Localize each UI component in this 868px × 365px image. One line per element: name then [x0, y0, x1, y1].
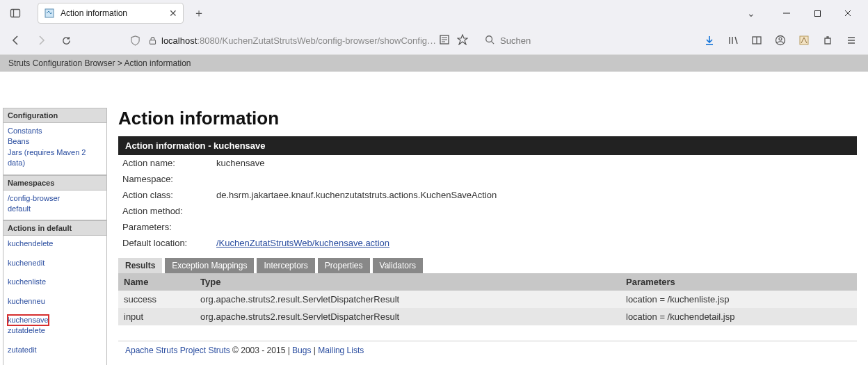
- sidebar-item-beans[interactable]: Beans: [8, 136, 102, 147]
- toolbar-right-icons: [698, 33, 862, 47]
- search-icon: [485, 35, 495, 47]
- svg-rect-7: [150, 40, 155, 44]
- main: Action information Action information - …: [107, 108, 868, 365]
- url-text: localhost:8080/KuchenZutatStrutsWeb/conf…: [161, 35, 436, 46]
- tabs-bar: ResultsException MappingsInterceptorsPro…: [118, 258, 857, 273]
- bookmark-icon[interactable]: [457, 34, 468, 47]
- svg-line-13: [492, 41, 495, 44]
- breadcrumb: Struts Configuration Browser > Action in…: [0, 55, 868, 72]
- lock-icon[interactable]: [146, 36, 159, 45]
- sidebar-item-jars[interactable]: Jars (requires Maven 2 data): [8, 147, 102, 169]
- table-row: successorg.apache.struts2.result.Servlet…: [118, 291, 857, 308]
- shield-icon[interactable]: [127, 35, 143, 46]
- label-action-name: Action name:: [122, 158, 216, 168]
- breadcrumb-current: Action information: [124, 58, 191, 68]
- value-default-location[interactable]: /KuchenZutatStrutsWeb/kuchensave.action: [216, 238, 389, 248]
- sidebar-action-kuchensave[interactable]: kuchensave: [8, 315, 49, 325]
- footer-project-link[interactable]: Apache Struts Project Struts: [125, 346, 230, 355]
- sidebar-header-actions: Actions in default: [3, 220, 107, 236]
- value-action-class: de.hsrm.jakartaee.knauf.kuchenzutatstrut…: [216, 190, 497, 200]
- sidebar: Configuration Constants Beans Jars (requ…: [3, 108, 107, 365]
- tab-title: Action information: [61, 8, 163, 18]
- account-icon[interactable]: [773, 33, 787, 47]
- results-table: Name Type Parameters successorg.apache.s…: [118, 273, 857, 325]
- svg-rect-2: [45, 9, 54, 17]
- sidebar-action-kuchendelete[interactable]: kuchendelete: [8, 238, 102, 249]
- tab-interceptors[interactable]: Interceptors: [257, 258, 314, 273]
- label-default-location: Default location:: [122, 238, 216, 248]
- label-action-class: Action class:: [122, 190, 216, 200]
- tab-validators[interactable]: Validators: [373, 258, 423, 273]
- sidebar-action-zutatdelete[interactable]: zutatdelete: [8, 325, 102, 336]
- window-controls: [769, 3, 865, 24]
- tab-properties[interactable]: Properties: [318, 258, 370, 273]
- reader-mode-icon[interactable]: [439, 34, 450, 47]
- extension-icon-1[interactable]: [797, 33, 811, 47]
- sidebar-item-default[interactable]: default: [8, 204, 102, 214]
- col-name: Name: [118, 273, 195, 291]
- new-tab-button[interactable]: ＋: [189, 3, 209, 23]
- sidebar-action-kuchenedit[interactable]: kuchenedit: [8, 258, 102, 268]
- sidebar-toggle-icon[interactable]: [3, 3, 28, 23]
- forward-button[interactable]: [31, 30, 51, 51]
- action-info-header: Action information - kuchensave: [118, 136, 857, 155]
- label-parameters: Parameters:: [122, 222, 216, 232]
- maximize-icon[interactable]: [807, 3, 828, 24]
- tabs-dropdown-icon[interactable]: ⌄: [739, 8, 764, 19]
- label-namespace: Namespace:: [122, 174, 216, 184]
- tab-close-icon[interactable]: ✕: [169, 8, 177, 19]
- breadcrumb-root[interactable]: Struts Configuration Browser: [8, 58, 115, 68]
- tab-results[interactable]: Results: [118, 258, 162, 273]
- svg-line-17: [735, 37, 737, 44]
- content: Configuration Constants Beans Jars (requ…: [0, 99, 868, 365]
- sidebar-icon[interactable]: [750, 33, 764, 47]
- svg-point-12: [486, 35, 492, 42]
- page-title: Action information: [118, 108, 857, 129]
- col-type: Type: [195, 273, 620, 291]
- reload-button[interactable]: [56, 30, 77, 51]
- tab-exception-mappings[interactable]: Exception Mappings: [165, 258, 254, 273]
- url-bar[interactable]: localhost:8080/KuchenZutatStrutsWeb/conf…: [124, 30, 474, 51]
- action-info-table: Action name:kuchensave Namespace: Action…: [118, 155, 857, 251]
- footer-bugs-link[interactable]: Bugs: [292, 346, 311, 355]
- downloads-icon[interactable]: [702, 33, 716, 47]
- sidebar-action-kuchenneu[interactable]: kuchenneu: [8, 296, 102, 307]
- col-params: Parameters: [620, 273, 857, 291]
- minimize-icon[interactable]: [776, 3, 797, 24]
- footer-mailing-link[interactable]: Mailing Lists: [318, 346, 364, 355]
- close-icon[interactable]: [837, 3, 858, 24]
- sidebar-item-config-browser[interactable]: /config-browser: [8, 193, 102, 204]
- svg-point-21: [779, 38, 782, 40]
- title-bar: Action information ✕ ＋ ⌄: [0, 0, 868, 26]
- browser-toolbar: localhost:8080/KuchenZutatStrutsWeb/conf…: [0, 26, 868, 54]
- sidebar-header-configuration: Configuration: [3, 108, 107, 123]
- sidebar-item-constants[interactable]: Constants: [8, 126, 102, 136]
- value-action-name: kuchensave: [216, 158, 264, 168]
- search-input[interactable]: [500, 35, 597, 46]
- sidebar-action-kuchenliste[interactable]: kuchenliste: [8, 277, 102, 287]
- table-row: inputorg.apache.struts2.result.ServletDi…: [118, 308, 857, 325]
- extensions-icon[interactable]: [821, 33, 835, 47]
- label-action-method: Action method:: [122, 206, 216, 216]
- footer: Apache Struts Project Struts © 2003 - 20…: [118, 341, 857, 359]
- search-box[interactable]: [478, 30, 617, 51]
- browser-chrome: Action information ✕ ＋ ⌄: [0, 0, 868, 55]
- sidebar-action-zutatedit[interactable]: zutatedit: [8, 345, 102, 355]
- svg-rect-4: [814, 10, 820, 16]
- library-icon[interactable]: [726, 33, 740, 47]
- menu-icon[interactable]: [844, 33, 858, 47]
- sidebar-header-namespaces: Namespaces: [3, 175, 107, 190]
- back-button[interactable]: [6, 30, 26, 51]
- tab-favicon-icon: [44, 8, 55, 19]
- browser-tab[interactable]: Action information ✕: [38, 3, 184, 24]
- svg-rect-0: [11, 10, 20, 17]
